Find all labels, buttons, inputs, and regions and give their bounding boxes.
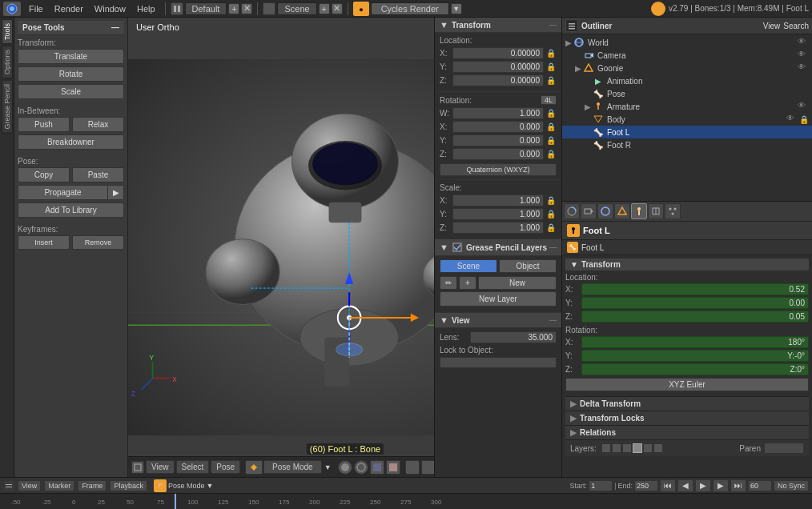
add-library-btn[interactable]: Add To Library [18,202,124,218]
jump-start-btn[interactable]: ⏮ [660,479,676,492]
view-panel-collapse[interactable]: — [549,316,557,324]
window-menu[interactable]: Window [90,2,131,15]
tpanel-w-lock[interactable]: 🔒 [545,109,557,118]
delta-transform-header[interactable]: ▶ Delta Transform [565,396,809,411]
tpanel-y-value[interactable]: 0.00000 [452,61,544,73]
tpanel-rz-value[interactable]: 0.000 [452,148,544,160]
loc-x-value[interactable]: 0.52 [581,283,809,295]
scene-prop-icon[interactable] [564,203,580,219]
quaternion-btn[interactable]: Quaternion (WXYZ) [440,163,557,176]
scene-dropdown[interactable]: Scene [277,2,316,15]
translate-btn[interactable]: Translate [18,49,124,64]
tab-options[interactable]: Options [2,46,13,78]
relations-header[interactable]: ▶ Relations [565,425,809,439]
gp-new-btn[interactable]: New [478,276,557,290]
rot-x-value[interactable]: 180° [581,336,809,348]
transform-panel-toggle[interactable]: ▼ [440,20,448,30]
gp-object-tab[interactable]: Object [499,259,557,273]
lock-obj-field[interactable] [440,357,557,368]
tpanel-rx-value[interactable]: 0.000 [452,121,544,133]
scene-add[interactable]: + [319,3,330,14]
panel-close[interactable]: — [111,23,119,32]
blender-icon[interactable] [3,2,21,16]
mode-icon[interactable] [245,460,263,475]
tpanel-sy-value[interactable]: 1.000 [452,208,544,220]
body-lock[interactable]: 🔒 [799,115,809,124]
tpanel-ry-value[interactable]: 0.000 [452,134,544,146]
rotate-btn[interactable]: Rotate [18,66,124,82]
tpanel-sz-lock[interactable]: 🔒 [545,223,557,232]
layout-icon[interactable] [171,2,183,15]
transform-section-header[interactable]: ▼ Transform [565,259,809,271]
mode-dropdown[interactable]: Pose Mode [263,460,322,474]
layer-btn-6[interactable] [653,443,663,453]
outliner-item-foot-l[interactable]: ▶ 🦴 Foot L [562,126,812,138]
outliner-item-foot-r[interactable]: ▶ 🦴 Foot R [562,138,812,151]
gp-scene-tab[interactable]: Scene [440,259,497,273]
marker-btn[interactable]: Marker [44,480,74,491]
outliner-item-animation[interactable]: ▶ ▶ Animation [562,74,812,87]
layout-add[interactable]: + [228,3,239,14]
viewport-icon-btn[interactable] [131,461,144,474]
transform-panel-collapse[interactable]: — [549,21,557,29]
gp-toggle[interactable]: ▼ [440,242,448,252]
copy-btn[interactable]: Copy [18,167,70,182]
world-prop-icon[interactable] [597,203,613,219]
outliner-item-armature[interactable]: ▶ Armature 👁 [562,100,812,113]
constraint-prop-icon[interactable] [648,203,664,219]
prev-frame-btn[interactable]: ◀ [677,479,693,492]
outliner-item-goonie[interactable]: ▶ Goonie 👁 [562,62,812,74]
layer-btn-2[interactable] [612,443,621,453]
scene-close[interactable]: ✕ [332,3,343,14]
scale-btn[interactable]: Scale [18,84,124,99]
tpanel-x-lock[interactable]: 🔒 [545,49,557,58]
engine-dropdown-arrow[interactable]: ▼ [451,3,462,14]
render-menu[interactable]: Render [50,2,88,15]
tpanel-w-value[interactable]: 1.000 [452,107,544,119]
no-sync-btn[interactable]: No Sync [774,480,809,491]
gp-add-icon-btn[interactable]: + [459,276,476,290]
lens-value[interactable]: 35.000 [470,331,557,343]
timeline-icon[interactable] [3,480,14,491]
playback-btn[interactable]: Playback [110,480,147,491]
loc-y-value[interactable]: 0.00 [581,297,809,309]
layer-btn-1[interactable] [601,443,611,453]
help-menu[interactable]: Help [132,2,160,15]
euler-mode-btn[interactable]: XYZ Euler [565,378,809,391]
layer-btn-4[interactable] [633,443,642,453]
gp-collapse[interactable]: — [549,243,557,251]
layer-btn-5[interactable] [643,443,653,453]
tpanel-sx-lock[interactable]: 🔒 [545,196,557,205]
rot-z-value[interactable]: Z:0° [581,363,809,375]
relax-btn[interactable]: Relax [72,117,124,132]
gp-checkbox[interactable] [452,242,463,253]
tpanel-sz-value[interactable]: 1.000 [452,222,544,234]
tab-grease-pencil[interactable]: Grease Pencil [2,80,13,134]
insert-btn[interactable]: Insert [18,235,70,250]
outliner-item-camera[interactable]: ▶ Camera 👁 [562,49,812,62]
tpanel-sx-value[interactable]: 1.000 [452,194,544,206]
tab-tools[interactable]: Tools [2,19,13,44]
particles-prop-icon[interactable] [665,203,681,219]
engine-dropdown[interactable]: Cycles Render [371,2,449,15]
body-eye[interactable]: 👁 [786,114,798,125]
rot-y-value[interactable]: Y:-0° [581,350,809,362]
layout-dropdown[interactable]: Default [185,2,227,15]
tpanel-z-value[interactable]: 0.00000 [452,74,544,86]
mode-dropdown-arrow[interactable]: ▼ [323,463,333,471]
wire-mode-btn[interactable] [354,460,368,475]
transform-tool[interactable] [405,460,420,475]
play-btn[interactable]: ▶ [695,479,711,492]
frame-btn[interactable]: Frame [78,480,107,491]
tpanel-z-lock[interactable]: 🔒 [545,76,557,85]
search-btn[interactable]: Search [783,22,809,30]
goonie-eye[interactable]: 👁 [798,62,809,74]
tpanel-y-lock[interactable]: 🔒 [545,62,557,71]
view-timeline-btn[interactable]: View [18,480,41,491]
tpanel-ry-lock[interactable]: 🔒 [545,136,557,145]
object-prop-icon[interactable] [614,203,630,219]
solid-mode-btn[interactable] [338,460,352,475]
select-menu[interactable]: Select [176,460,210,474]
propagate-btn[interactable]: Propagate [18,185,108,200]
breakdowner-btn[interactable]: Breakdowner [18,134,124,150]
